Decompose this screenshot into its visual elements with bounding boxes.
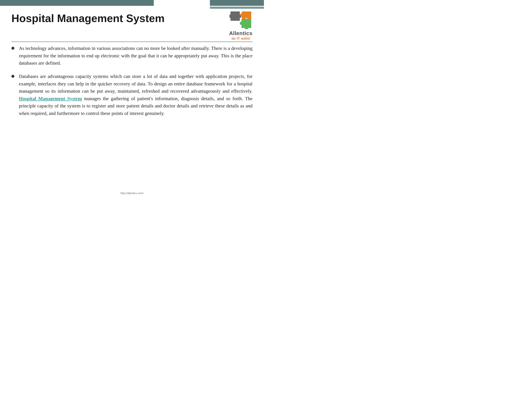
bullet-dot-2 bbox=[12, 75, 14, 78]
content-area: As technology advances, information in v… bbox=[12, 45, 253, 123]
logo-container: Allentics do IT withit bbox=[229, 10, 253, 41]
bullet-dot-1 bbox=[12, 47, 14, 50]
logo-puzzle bbox=[229, 10, 252, 29]
header: Hospital Management System Allentics do … bbox=[12, 10, 253, 41]
hospital-management-link[interactable]: Hospital Management System bbox=[19, 96, 82, 101]
footer: http://allentics.com/ bbox=[0, 192, 264, 195]
divider bbox=[12, 42, 253, 42]
bullet-text-2: Databases are advantageous capacity syst… bbox=[19, 73, 253, 117]
top-bar-right bbox=[210, 0, 264, 6]
top-bar-right-thin bbox=[210, 7, 264, 9]
bullet-item-1: As technology advances, information in v… bbox=[12, 45, 253, 67]
logo-name: Allentics bbox=[229, 30, 253, 37]
page-title: Hospital Management System bbox=[12, 10, 165, 24]
bullet-item-2: Databases are advantageous capacity syst… bbox=[12, 73, 253, 117]
top-bar-left bbox=[0, 0, 154, 6]
bullet-text-1: As technology advances, information in v… bbox=[19, 45, 253, 67]
logo-tagline: do IT withit bbox=[232, 37, 250, 41]
bullet-list: As technology advances, information in v… bbox=[12, 45, 253, 117]
footer-url: http://allentics.com/ bbox=[120, 192, 143, 195]
